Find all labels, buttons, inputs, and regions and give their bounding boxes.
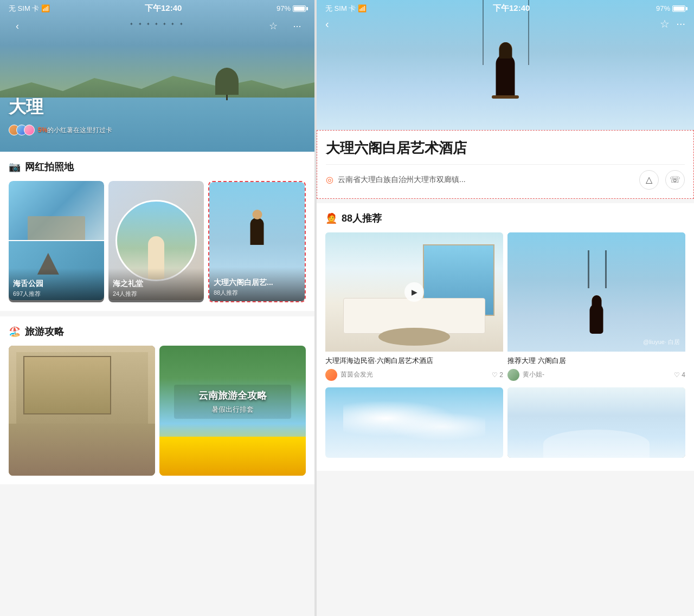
like-button-1[interactable]: ♡ 2 [492,371,503,379]
play-button[interactable]: ▶ [404,282,424,302]
tent-bg [507,387,685,458]
time-left: 下午12:40 [145,3,182,14]
like-button-2[interactable]: ♡ 4 [674,371,685,379]
photo-label-1: 海舌公园 697人推荐 [9,268,104,302]
avatar-3 [24,125,35,135]
room-table [378,328,449,346]
travel-item-guide[interactable]: 云南旅游全攻略 暑假出行排套 [159,346,306,476]
navigate-button[interactable]: △ [639,170,659,190]
travel-icon: 🏖️ [9,326,21,338]
hero-nav-right-actions: ☆ ··· [660,17,685,30]
photo-rec-2: 24人推荐 [113,290,200,298]
travel-item-room[interactable] [9,346,155,476]
wifi-icon-left: 📶 [41,4,50,12]
tent-sky [507,387,685,458]
hotel-address-row: ◎ 云南省大理白族自治州大理市双廊镇... △ ☏ [326,170,685,190]
hotel-name: 大理六阁白居艺术酒店 [326,139,685,158]
photo-item-haizhi[interactable]: 海之礼堂 24人推荐 [108,181,204,302]
photo-label-2: 海之礼堂 24人推荐 [108,268,204,302]
pct-highlight: 5% [38,126,47,134]
content-area-left[interactable]: 📷 网红拍照地 海舌公园 697人推荐 [0,152,314,616]
swing-person-body [590,304,603,334]
location-icon: ◎ [326,174,333,185]
wifi-icon-right: 📶 [358,4,367,12]
person-body [496,54,515,98]
post-info-1: 大理洱海边民宿·六阁白居艺术酒店 茵茵会发光 ♡ 2 [325,352,503,383]
guide-text-overlay: 云南旅游全攻略 暑假出行排套 [174,385,291,419]
rec-header: 🧑‍🦰 88人推荐 [325,212,685,225]
hotel-room-img: ▶ [325,232,503,352]
status-left-right: 无 SIM 卡 📶 [325,4,367,14]
back-button-right[interactable]: ‹ [325,18,329,30]
author-name-2: 黄小姐- [523,370,544,379]
rope-r [605,250,607,288]
camera-icon: 📷 [9,161,21,173]
tree-decoration [226,68,228,100]
rec-image-grid: ▶ 大理洱海边民宿·六阁白居艺术酒店 茵茵会发光 ♡ [325,232,685,462]
post-author-1: 茵茵会发光 [325,369,373,381]
call-button[interactable]: ☏ [665,170,685,190]
hero-nav-left: ‹ ☆ ··· [0,17,314,35]
photo-item-haishegongyuan[interactable]: 海舌公园 697人推荐 [9,181,104,302]
battery-pct-left: 97% [277,4,291,12]
avatar-group [9,125,35,135]
swing-outdoor-bg: @liuyue· 白居 [507,232,685,352]
post-meta-1: 茵茵会发光 ♡ 2 [325,369,503,381]
room-floor [9,424,155,476]
rec-post-1[interactable]: ▶ 大理洱海边民宿·六阁白居艺术酒店 茵茵会发光 ♡ [325,232,503,383]
person-hair [499,42,512,59]
author-avatar-2 [507,369,519,381]
photo-rec-3: 88人推荐 [214,289,300,297]
photo-rec-1: 697人推荐 [13,290,100,298]
travel-section: 🏖️ 旅游攻略 云南旅游全攻略 暑假出行排套 [0,316,314,484]
sunflower-bg [159,437,306,476]
hero-image-left: 无 SIM 卡 📶 下午12:40 97% ‹ ☆ ··· ✦ ✦ ✦ ✦ ✦ [0,0,314,152]
battery-icon-left [293,5,306,12]
travel-header: 🏖️ 旅游攻略 [9,325,306,338]
author-avatar-1 [325,369,337,381]
photo-name-1: 海舌公园 [13,279,100,289]
photo-spots-title: 网红拍照地 [25,160,74,173]
rec-col-right: @liuyue· 白居 推荐大理 六阁白居 黄小姐- ♡ [507,232,685,462]
recommendations-section: 🧑‍🦰 88人推荐 ▶ [317,203,694,471]
hotel-divider [326,164,685,165]
rec-post-2[interactable]: @liuyue· 白居 推荐大理 六阁白居 黄小姐- ♡ [507,232,685,383]
post-title-2: 推荐大理 六阁白居 [507,356,685,366]
guide-text-sub: 暑假出行排套 [178,405,287,414]
photo-name-3: 大理六阁白居艺... [214,278,300,288]
status-bar-left: 无 SIM 卡 📶 下午12:40 97% [0,0,314,17]
clouds-decoration [343,401,485,444]
rec-bottom-sky[interactable] [325,387,503,458]
more-button-left[interactable]: ··· [288,17,306,35]
favorite-button-right[interactable]: ☆ [660,17,670,30]
swing-person [250,218,264,245]
travel-grid: 云南旅游全攻略 暑假出行排套 [9,346,306,476]
hero-subtitle: 5%的小红薯在这里打过卡 [9,125,112,135]
rec-bottom-tent[interactable] [507,387,685,458]
time-right: 下午12:40 [493,3,530,14]
guide-text-main: 云南旅游全攻略 [178,389,287,403]
subtitle-text: 5%的小红薯在这里打过卡 [38,126,112,135]
rec-col-left: ▶ 大理洱海边民宿·六阁白居艺术酒店 茵茵会发光 ♡ [325,232,503,462]
battery-pct-right: 97% [656,4,670,12]
right-content[interactable]: 大理六阁白居艺术酒店 ◎ 云南省大理白族自治州大理市双廊镇... △ ☏ 🧑‍🦰… [317,130,694,616]
photo-split-top [9,181,104,240]
hotel-address-text: 云南省大理白族自治州大理市双廊镇... [338,175,466,185]
photo-item-liuge[interactable]: 大理六阁白居艺... 88人推荐 [208,181,306,302]
more-button-right[interactable]: ··· [676,17,685,30]
back-button-left[interactable]: ‹ [9,17,26,35]
sky-blue-bg [325,387,503,458]
post-author-2: 黄小姐- [507,369,544,381]
post-title-1: 大理洱海边民宿·六阁白居艺术酒店 [325,356,503,366]
carrier-right: 无 SIM 卡 [325,4,356,14]
heart-icon-1: ♡ [492,371,498,379]
battery-icon-right [672,5,685,12]
hero-nav-right: ‹ ☆ ··· [317,17,694,30]
tent-shape [543,430,650,458]
rope-l [588,250,589,288]
photo-grid: 海舌公园 697人推荐 海之礼堂 24人推荐 [9,181,306,302]
room-bg [9,346,155,476]
favorite-button-left[interactable]: ☆ [265,17,282,35]
room-panel [23,356,111,414]
status-right-right: 97% [656,4,685,12]
